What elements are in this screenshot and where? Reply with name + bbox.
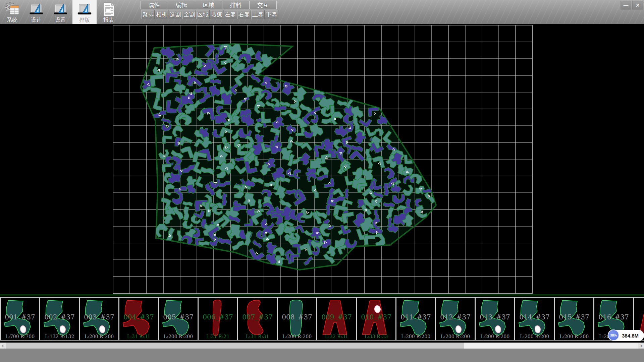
app-button-settings[interactable]: 设置 (48, 0, 72, 24)
menu-tab-interaction[interactable]: 交互 (249, 1, 277, 9)
app-button-design[interactable]: 设计 (24, 0, 48, 24)
minimize-button[interactable]: — (621, 1, 631, 10)
laptop-ruler-icon (52, 2, 69, 17)
part-shape (1, 298, 38, 339)
thumbnail-008_#37[interactable]: 008_#37 L:200 R:200 (277, 297, 317, 341)
thumbnail-013_#37[interactable]: 013_#37 L:200 R:200 (475, 297, 515, 341)
thumbnail-003_#37[interactable]: 003_#37 L:200 R:200 (79, 297, 119, 341)
part-shape (555, 298, 592, 339)
tool-button-snap-right[interactable]: 右靠 (237, 10, 251, 19)
thumbnail-009_#37[interactable]: 009_#37 L:32 R:31 (317, 297, 357, 341)
status-bar (0, 349, 644, 362)
window-controls: — ✕ (621, 1, 643, 10)
menu-tab-edit[interactable]: 编辑 (168, 1, 195, 9)
menu-tab-region[interactable]: 区域 (195, 1, 222, 9)
part-shape (476, 298, 513, 339)
app-button-label: 设置 (55, 17, 66, 23)
thumbnail-002_#37[interactable]: 002_#37 L:132 R:132 (40, 297, 79, 341)
laptop-ruler-icon (76, 2, 93, 17)
parts-thumbnail-strip: 001_#37 L:700 R:700 002_#37 L:132 R:132 … (0, 295, 644, 341)
thumbnail-001_#37[interactable]: 001_#37 L:700 R:700 (0, 297, 40, 341)
app-button-label: 设计 (31, 17, 42, 23)
memory-badge[interactable]: 384.8M 38% (608, 330, 644, 341)
strip-top-border-2 (0, 296, 644, 296)
app-button-system[interactable]: 系统 (0, 0, 24, 24)
thumbnail-005_#37[interactable]: 005_#37 L:200 R:200 (159, 297, 198, 341)
horizontal-scrollbar[interactable]: ‹ › (0, 343, 644, 349)
tool-button-bar: 聚排相机选割全割区域瑕疵左靠右靠上靠下靠 (141, 10, 279, 19)
part-shape (516, 298, 553, 339)
report-icon (100, 2, 117, 17)
tool-button-region[interactable]: 区域 (196, 10, 210, 19)
menu-tab-bar: 属性编辑区域排料交互 (141, 1, 277, 9)
part-shape (397, 298, 434, 339)
thumbnail-006_#37[interactable]: 006_#37 L:21 R:21 (198, 297, 238, 341)
nesting-canvas[interactable] (0, 24, 644, 295)
part-shape (278, 298, 315, 339)
thumbnail-015_#37[interactable]: 015_#37 L:200 R:200 (554, 297, 594, 341)
tool-button-cluster-nest[interactable]: 聚排 (141, 10, 155, 19)
part-shape (318, 298, 355, 339)
thumbnail-007_#37[interactable]: 007_#37 L:31 R:31 (238, 297, 277, 341)
part-shape (239, 298, 276, 339)
app-button-label: 系统 (7, 17, 17, 23)
tool-button-select-cut[interactable]: 选割 (169, 10, 182, 19)
thumbnail-list: 001_#37 L:700 R:700 002_#37 L:132 R:132 … (0, 297, 644, 341)
app-button-report[interactable]: 报表 (97, 0, 121, 24)
tool-button-snap-up[interactable]: 上靠 (251, 10, 265, 19)
thumbnail-014_#37[interactable]: 014_#37 L:200 R:200 (515, 297, 554, 341)
part-shape (160, 298, 197, 339)
menu-tab-properties[interactable]: 属性 (141, 1, 168, 9)
scroll-left-arrow[interactable]: ‹ (0, 343, 6, 349)
laptop-ruler-icon (28, 2, 45, 17)
scroll-right-arrow[interactable]: › (638, 343, 644, 349)
thumbnail-011_#37[interactable]: 011_#37 L:200 R:200 (396, 297, 436, 341)
strip-top-border (0, 295, 644, 295)
tool-button-cut-all[interactable]: 全割 (182, 10, 196, 19)
tool-button-camera[interactable]: 相机 (155, 10, 168, 19)
part-shape (437, 298, 474, 339)
close-button[interactable]: ✕ (632, 1, 643, 10)
application-window: 系统 设计 设置 排版 报表 属性编辑区域排料交互 聚排相机选割全割区域瑕疵左靠… (0, 0, 644, 362)
gear-table-icon (3, 2, 21, 17)
app-button-layout[interactable]: 排版 (72, 0, 97, 24)
menu-tab-nesting[interactable]: 排料 (222, 1, 250, 9)
tool-button-snap-down[interactable]: 下靠 (265, 10, 278, 19)
app-button-label: 报表 (103, 17, 114, 23)
thumbnail-010_#37[interactable]: 010_#37 L:33 R:33 (357, 297, 396, 341)
part-shape (199, 298, 236, 339)
thumbnail-004_#37[interactable]: 004_#37 L:31 R:31 (119, 297, 159, 341)
scrollbar-thumb[interactable] (6, 343, 464, 349)
memory-percent-icon[interactable]: 38% (608, 329, 619, 341)
nesting-canvas-area[interactable] (0, 24, 644, 295)
app-button-label: 排版 (79, 17, 90, 23)
mode-button-bar: 系统 设计 设置 排版 报表 (0, 0, 121, 24)
part-shape (41, 298, 78, 339)
tool-button-defect[interactable]: 瑕疵 (210, 10, 223, 19)
thumbnail-012_#37[interactable]: 012_#37 L:200 R:200 (436, 297, 475, 341)
tool-button-snap-left[interactable]: 左靠 (224, 10, 237, 19)
part-shape (120, 298, 157, 339)
part-shape (80, 298, 117, 339)
toolbar: 系统 设计 设置 排版 报表 属性编辑区域排料交互 聚排相机选割全割区域瑕疵左靠… (0, 0, 644, 24)
part-shape (358, 298, 394, 339)
